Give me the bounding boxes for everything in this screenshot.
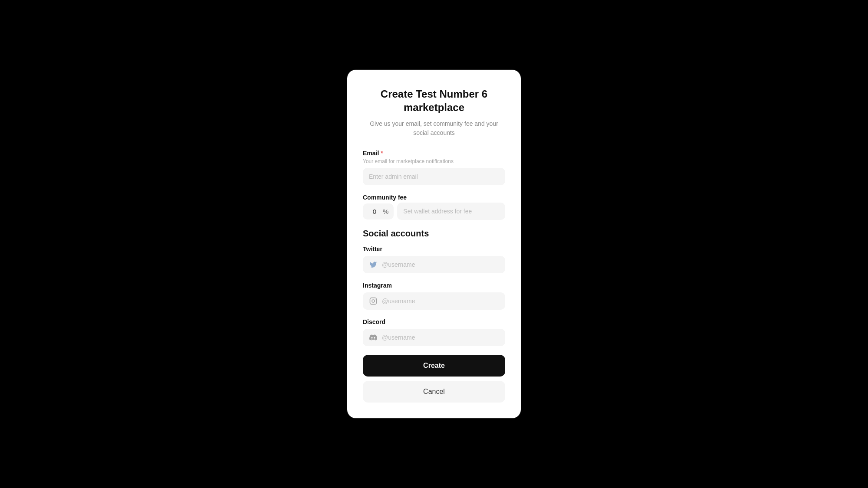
discord-icon (369, 333, 378, 342)
discord-label: Discord (363, 318, 505, 325)
fee-number-wrapper: % (363, 203, 394, 219)
email-input[interactable] (363, 168, 505, 185)
community-fee-row: % (363, 203, 505, 220)
svg-rect-0 (370, 298, 377, 305)
email-label: Email * (363, 150, 505, 157)
instagram-section: Instagram (363, 282, 505, 310)
fee-number-input[interactable] (368, 208, 381, 215)
instagram-input[interactable] (382, 298, 499, 305)
modal-subtitle: Give us your email, set community fee an… (363, 119, 505, 138)
cancel-button[interactable]: Cancel (363, 381, 505, 403)
twitter-label: Twitter (363, 246, 505, 252)
instagram-input-wrapper (363, 292, 505, 310)
social-accounts-section: Social accounts Twitter Instagram (363, 229, 505, 346)
required-indicator: * (381, 150, 383, 157)
modal-dialog: Create Test Number 6 marketplace Give us… (347, 70, 521, 418)
buttons-section: Create Cancel (363, 355, 505, 403)
discord-section: Discord (363, 318, 505, 346)
wallet-address-input[interactable] (397, 203, 505, 220)
twitter-input[interactable] (382, 261, 499, 268)
create-button[interactable]: Create (363, 355, 505, 377)
twitter-section: Twitter (363, 246, 505, 273)
modal-title: Create Test Number 6 marketplace (363, 87, 505, 114)
instagram-icon (369, 297, 378, 305)
email-hint: Your email for marketplace notifications (363, 158, 505, 164)
fee-percent-symbol: % (383, 208, 388, 215)
social-accounts-title: Social accounts (363, 229, 505, 239)
svg-point-1 (372, 300, 375, 302)
instagram-label: Instagram (363, 282, 505, 289)
email-section: Email * Your email for marketplace notif… (363, 150, 505, 185)
twitter-icon (369, 260, 378, 269)
community-fee-section: Community fee % (363, 194, 505, 220)
twitter-input-wrapper (363, 256, 505, 273)
svg-point-2 (375, 299, 375, 300)
discord-input-wrapper (363, 329, 505, 346)
community-fee-label: Community fee (363, 194, 505, 201)
discord-input[interactable] (382, 334, 499, 341)
